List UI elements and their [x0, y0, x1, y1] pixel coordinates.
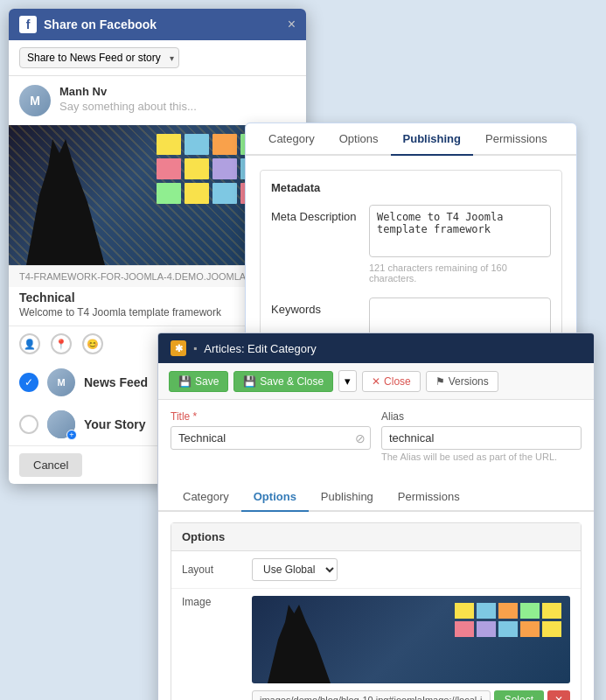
image-label: Image	[182, 596, 252, 608]
sticky-note	[185, 158, 209, 179]
options-section: Options Layout Use Global Image	[171, 522, 582, 700]
joomla-form: Title * ⊘ Alias The Alias will be used a…	[158, 400, 594, 483]
layout-value: Use Global	[252, 558, 570, 581]
keywords-label: Keywords	[271, 298, 359, 316]
image-path-row: Select ✕	[252, 690, 570, 700]
joomla-tab-permissions[interactable]: Permissions	[386, 483, 472, 512]
fb-header-left: f Share on Facebook	[19, 16, 157, 33]
preview-sticky-notes	[455, 603, 561, 637]
preview-sticky	[498, 603, 518, 619]
save-close-icon: 💾	[243, 375, 256, 388]
image-value: Select ✕	[252, 596, 570, 700]
title-label: Title *	[171, 410, 371, 423]
meta-description-label: Meta Description	[271, 205, 359, 223]
fb-story-plus-icon: +	[66, 430, 77, 440]
alias-label: Alias	[381, 410, 582, 423]
fb-location-icon[interactable]: 📍	[51, 333, 72, 354]
joomla-tab-category[interactable]: Category	[171, 483, 241, 512]
joomla-tab-options[interactable]: Options	[241, 483, 309, 512]
fb-dialog-header: f Share on Facebook ×	[9, 9, 306, 40]
layout-label: Layout	[182, 564, 252, 576]
title-required-mark: *	[193, 410, 198, 423]
image-select-button[interactable]: Select	[494, 690, 544, 700]
alias-input[interactable]	[381, 426, 582, 450]
fb-news-feed-label: News Feed	[84, 375, 148, 389]
title-field: Title * ⊘	[171, 410, 371, 462]
fb-user-avatar: M	[19, 85, 51, 116]
image-remove-button[interactable]: ✕	[547, 690, 570, 700]
pub-tab-options[interactable]: Options	[327, 123, 391, 156]
title-input[interactable]	[171, 426, 371, 450]
image-path-input[interactable]	[252, 690, 491, 700]
joomla-versions-button[interactable]: ⚑ Versions	[426, 371, 498, 392]
options-section-title: Options	[171, 523, 581, 551]
sticky-note	[157, 158, 181, 179]
joomla-icon: ✱	[171, 340, 186, 356]
sticky-note	[212, 134, 237, 155]
fb-share-toolbar: Share to News Feed or story Share to New…	[9, 40, 306, 76]
preview-sticky	[542, 603, 561, 619]
alias-hint: The Alias will be used as part of the UR…	[381, 452, 582, 462]
joomla-tabs: Category Options Publishing Permissions	[158, 483, 594, 512]
preview-person-silhouette	[261, 596, 331, 683]
image-row: Image	[171, 589, 581, 700]
image-preview-inner	[252, 596, 570, 683]
versions-icon: ⚑	[435, 375, 445, 388]
pub-tab-category[interactable]: Category	[256, 123, 327, 156]
joomla-header: ✱ ▪ Articles: Edit Category	[158, 333, 594, 363]
joomla-save-dropdown[interactable]: ▾	[338, 370, 357, 392]
meta-description-textarea[interactable]	[369, 205, 551, 257]
fb-close-button[interactable]: ×	[288, 17, 296, 32]
fb-share-select-wrapper[interactable]: Share to News Feed or story Share to New…	[19, 47, 179, 68]
title-input-wrapper: ⊘	[171, 426, 371, 450]
facebook-logo-icon: f	[19, 16, 37, 33]
fb-user-input-area: Manh Nv Say something about this...	[59, 85, 296, 113]
joomla-tab-publishing[interactable]: Publishing	[309, 483, 386, 512]
meta-description-row: Meta Description 121 characters remainin…	[271, 205, 551, 284]
pub-tab-publishing[interactable]: Publishing	[391, 123, 473, 156]
preview-sticky	[498, 621, 518, 637]
joomla-articles-panel: ✱ ▪ Articles: Edit Category 💾 Save 💾 Sav…	[157, 332, 595, 700]
preview-sticky	[477, 621, 496, 637]
preview-sticky	[542, 621, 561, 637]
fb-cancel-button[interactable]: Cancel	[19, 453, 82, 477]
preview-sticky	[455, 603, 474, 619]
fb-user-row: M Manh Nv Say something about this...	[9, 76, 306, 125]
sticky-note	[185, 183, 209, 204]
joomla-options-body: Options Layout Use Global Image	[158, 512, 594, 700]
fb-share-select[interactable]: Share to News Feed or story Share to New…	[19, 47, 179, 68]
layout-select[interactable]: Use Global	[252, 558, 338, 581]
joomla-title: Articles: Edit Category	[204, 342, 317, 355]
preview-sticky	[455, 621, 474, 637]
fb-your-story-avatar: +	[47, 410, 75, 438]
sticky-note	[212, 183, 237, 204]
save-icon: 💾	[178, 375, 192, 388]
sticky-note	[212, 158, 237, 179]
publishing-tabs: Category Options Publishing Permissions	[246, 123, 576, 156]
fb-news-feed-avatar: M	[47, 368, 75, 396]
fb-emoji-icon[interactable]: 😊	[82, 333, 103, 354]
person-silhouette	[17, 125, 105, 265]
joomla-close-button[interactable]: ✕ Close	[362, 371, 421, 392]
metadata-section-title: Metadata	[271, 181, 551, 194]
preview-sticky	[520, 621, 540, 637]
fb-your-story-label: Your Story	[84, 417, 146, 431]
fb-your-story-radio[interactable]	[19, 415, 38, 434]
preview-sticky	[520, 603, 540, 619]
joomla-save-button[interactable]: 💾 Save	[169, 371, 228, 392]
sticky-note	[185, 134, 209, 155]
sticky-note	[157, 134, 181, 155]
joomla-save-close-button[interactable]: 💾 Save & Close	[233, 371, 333, 392]
preview-sticky	[477, 603, 496, 619]
fb-news-feed-check: ✓	[19, 373, 38, 392]
image-preview	[252, 596, 570, 683]
joomla-folder-icon: ▪	[193, 342, 197, 354]
fb-say-something[interactable]: Say something about this...	[59, 100, 296, 113]
title-alias-row: Title * ⊘ Alias The Alias will be used a…	[171, 410, 582, 462]
title-clear-button[interactable]: ⊘	[355, 431, 366, 445]
fb-person-icon[interactable]: 👤	[19, 333, 40, 354]
fb-username: Manh Nv	[59, 85, 296, 98]
close-x-icon: ✕	[372, 375, 380, 388]
pub-tab-permissions[interactable]: Permissions	[473, 123, 560, 156]
meta-description-value: 121 characters remaining of 160 characte…	[369, 205, 551, 284]
